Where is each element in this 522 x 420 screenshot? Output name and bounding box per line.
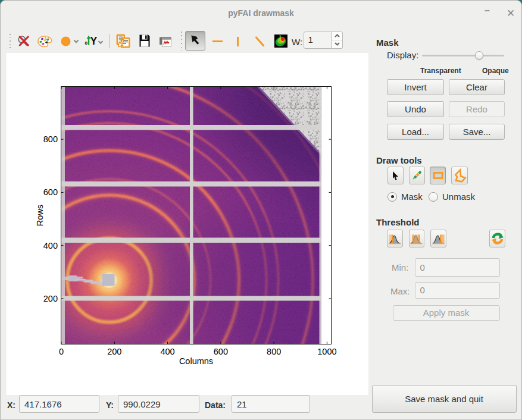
svg-text:400: 400: [160, 347, 174, 356]
svg-text:Rows: Rows: [35, 205, 45, 226]
svg-text:400: 400: [43, 241, 58, 250]
svg-text:0: 0: [85, 40, 88, 46]
svg-text:0: 0: [59, 347, 64, 356]
svg-text:600: 600: [214, 347, 228, 356]
svg-text:Y: Y: [90, 35, 98, 47]
svg-text:200: 200: [107, 347, 121, 356]
svg-text:800: 800: [267, 347, 281, 356]
svg-text:800: 800: [43, 134, 58, 144]
svg-text:200: 200: [43, 294, 58, 303]
svg-text:Columns: Columns: [179, 356, 213, 366]
svg-text:600: 600: [43, 187, 58, 197]
svg-text:1000: 1000: [317, 347, 336, 356]
